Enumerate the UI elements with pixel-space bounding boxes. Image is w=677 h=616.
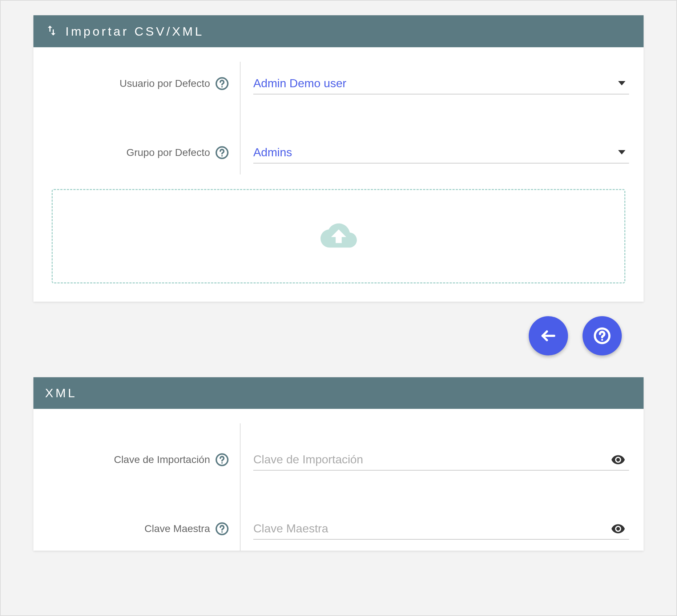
help-icon[interactable] (215, 77, 229, 90)
import-card: Importar CSV/XML Usuario por Defecto Gru… (33, 15, 644, 302)
default-group-select[interactable]: Admins (253, 142, 629, 164)
back-button[interactable] (529, 316, 568, 355)
xml-card-body: Clave de Importación Clave Maestra (33, 409, 644, 551)
import-key-input[interactable] (253, 449, 629, 471)
visibility-icon[interactable] (611, 452, 625, 467)
import-card-body: Usuario por Defecto Grupo por Defecto (33, 47, 644, 302)
svg-point-8 (221, 462, 223, 464)
master-key-label: Clave Maestra (144, 523, 210, 535)
fab-row (33, 316, 644, 377)
help-icon[interactable] (215, 453, 229, 467)
import-card-title: Importar CSV/XML (65, 24, 204, 39)
import-card-header: Importar CSV/XML (33, 15, 644, 47)
default-user-select[interactable]: Admin Demo user (253, 73, 629, 94)
svg-point-3 (221, 155, 223, 157)
default-group-label: Grupo por Defecto (126, 147, 210, 158)
help-icon[interactable] (215, 522, 229, 536)
import-key-label: Clave de Importación (114, 454, 210, 466)
swap-vert-icon (45, 24, 58, 39)
svg-point-1 (221, 86, 223, 88)
help-icon[interactable] (215, 146, 229, 160)
svg-point-10 (221, 531, 223, 533)
help-button[interactable] (583, 316, 622, 355)
xml-card: XML Clave de Importación Clave Maestra (33, 377, 644, 551)
svg-point-6 (601, 339, 603, 341)
default-user-label: Usuario por Defecto (120, 78, 210, 89)
xml-card-header: XML (33, 377, 644, 409)
file-dropzone[interactable] (52, 189, 625, 283)
xml-card-title: XML (45, 386, 77, 400)
cloud-upload-icon (313, 217, 364, 255)
visibility-icon[interactable] (611, 522, 625, 536)
master-key-input[interactable] (253, 518, 629, 540)
